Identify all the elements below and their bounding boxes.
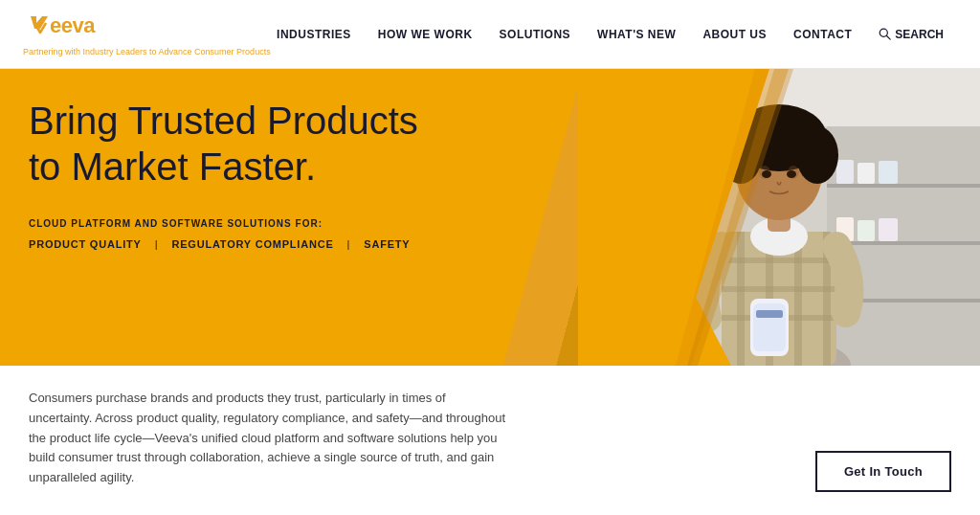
nav-search[interactable]: SEARCH	[865, 28, 957, 41]
hero-tag-quality[interactable]: PRODUCT QUALITY	[29, 238, 142, 250]
hero-headline: Bring Trusted Products to Market Faster.	[29, 98, 418, 190]
logo-area: eeva Partnering with Industry Leaders to…	[23, 11, 263, 56]
tag-divider-1: |	[155, 238, 159, 250]
svg-text:eeva: eeva	[50, 13, 96, 37]
logo[interactable]: eeva	[23, 11, 263, 45]
logo-svg: eeva	[23, 11, 128, 40]
tag-divider-2: |	[347, 238, 351, 250]
hero-headline-line1: Bring Trusted Products	[29, 100, 418, 142]
nav-whats-new[interactable]: WHAT'S NEW	[584, 28, 689, 41]
nav-about-us[interactable]: ABOUT US	[689, 28, 780, 41]
search-icon	[879, 28, 891, 40]
header: eeva Partnering with Industry Leaders to…	[0, 0, 980, 69]
hero-tag-safety[interactable]: SAFETY	[364, 238, 410, 250]
hero-image-container	[578, 69, 980, 366]
lower-section: Consumers purchase brands and products t…	[0, 366, 980, 515]
hero-headline-line2: to Market Faster.	[29, 146, 316, 188]
hero-section: Bring Trusted Products to Market Faster.…	[0, 69, 980, 366]
nav-how-we-work[interactable]: HOW WE WORK	[365, 28, 486, 41]
nav-solutions[interactable]: SOLUTIONS	[486, 28, 585, 41]
nav-contact[interactable]: CONTACT	[780, 28, 865, 41]
svg-line-2	[887, 36, 891, 40]
main-nav: INDUSTRIES HOW WE WORK SOLUTIONS WHAT'S …	[263, 28, 957, 41]
get-in-touch-button[interactable]: Get In Touch	[815, 451, 951, 492]
hero-tags: PRODUCT QUALITY | REGULATORY COMPLIANCE …	[29, 238, 418, 250]
hero-tag-compliance[interactable]: REGULATORY COMPLIANCE	[171, 238, 333, 250]
hero-content: Bring Trusted Products to Market Faster.…	[29, 98, 418, 250]
hero-subheading: CLOUD PLATFORM AND SOFTWARE SOLUTIONS FO…	[29, 218, 418, 229]
nav-industries[interactable]: INDUSTRIES	[263, 28, 365, 41]
logo-tagline: Partnering with Industry Leaders to Adva…	[23, 47, 263, 56]
v-shape-overlay	[578, 69, 980, 366]
search-label: SEARCH	[895, 28, 944, 41]
body-text: Consumers purchase brands and products t…	[29, 389, 507, 488]
